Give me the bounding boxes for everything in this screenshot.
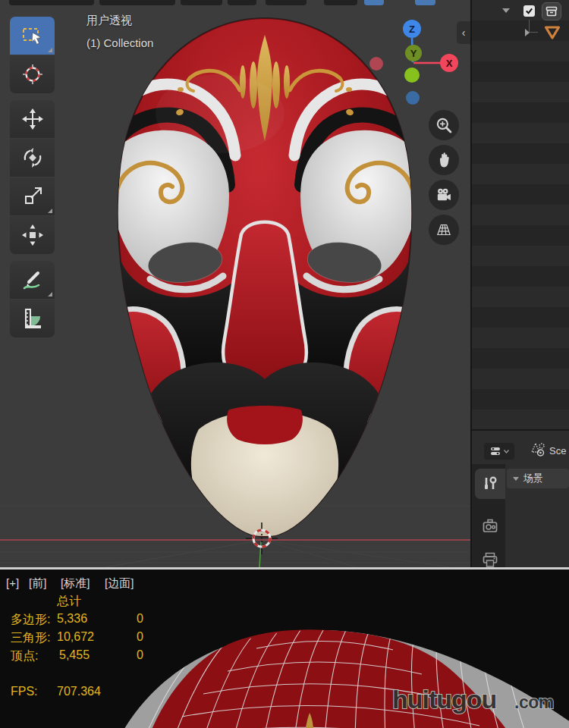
tool-tab-icon: [482, 475, 498, 492]
rotate-icon: [20, 146, 45, 170]
watermark-suffix: .com: [514, 692, 554, 712]
render-camera-back-icon: [482, 518, 498, 535]
stats-triangles-label: 三角形:: [11, 630, 50, 646]
svg-text:X: X: [446, 58, 453, 69]
measure-ruler-icon: [20, 306, 45, 331]
tool-annotate[interactable]: [10, 261, 55, 299]
watermark-brand: huitugou: [392, 685, 496, 714]
camera-icon: [434, 185, 454, 205]
scene-panel-label: 场景: [523, 472, 543, 485]
stats-vertices-label: 顶点:: [11, 648, 38, 664]
properties-toggles-icon: [490, 446, 502, 457]
watermark: huitugou .com: [392, 685, 554, 714]
stats-total-header: 总计: [57, 594, 81, 610]
tool-cursor[interactable]: [10, 55, 55, 93]
header-pill: [228, 0, 256, 5]
stats-polygons-second: 0: [137, 612, 143, 626]
gizmo-axis-neg-z[interactable]: [406, 91, 420, 105]
editor-type-selector[interactable]: [484, 443, 514, 460]
gizmo-axis-neg-x[interactable]: [369, 57, 383, 71]
fps-label: FPS:: [11, 685, 38, 698]
header-pill: [181, 0, 222, 5]
blender-screenshot: 用户透视 (1) Collection: [0, 0, 569, 728]
select-box-icon: [20, 24, 45, 48]
tool-measure[interactable]: [10, 300, 55, 337]
outliner-panel[interactable]: [472, 0, 569, 429]
tool-select-box[interactable]: [10, 17, 55, 55]
stats-vertices-second: 0: [137, 648, 143, 662]
tab-render[interactable]: [475, 511, 505, 541]
filter-dropdown-icon[interactable]: [502, 8, 510, 13]
fps-value: 707.364: [57, 685, 101, 698]
transform-icon: [20, 223, 45, 247]
cursor-icon: [20, 62, 45, 86]
ortho-toggle-button[interactable]: [429, 215, 459, 245]
svg-text:Z: Z: [409, 24, 415, 35]
navigation-gizmo[interactable]: Z Y X: [357, 15, 470, 110]
tab-output[interactable]: [475, 544, 505, 567]
gizmo-axis-x[interactable]: X: [440, 54, 458, 72]
stats-vertices-value: 5,455: [59, 648, 90, 662]
gizmo-axis-z[interactable]: Z: [403, 20, 421, 38]
tab-tool[interactable]: [475, 469, 505, 499]
scene-panel-header[interactable]: 场景: [507, 469, 569, 488]
stats-wireframe-panel: huitugou .com [+] [前] [标准] [边面] 总计 多边形: …: [0, 570, 569, 728]
tree-connector: [529, 32, 538, 33]
stats-triangles-value: 10,672: [57, 630, 94, 644]
gizmo-axis-y[interactable]: Y: [405, 45, 422, 61]
header-pill: [9, 0, 94, 5]
view-tab-standard[interactable]: [标准]: [61, 576, 90, 591]
stats-triangles-second: 0: [137, 630, 143, 644]
chevron-left-icon: ‹: [462, 27, 466, 39]
collection-row-icon-button[interactable]: [542, 2, 561, 20]
grid-perspective-icon: [434, 220, 454, 240]
hand-icon: [434, 150, 454, 170]
scene-breadcrumb-icon: [530, 441, 546, 458]
view-tab-edges[interactable]: [边面]: [105, 576, 134, 591]
camera-view-button[interactable]: [429, 180, 459, 210]
viewport-toolbar: [10, 17, 55, 344]
header-pill-active: [364, 0, 384, 5]
properties-tab-rail: [472, 464, 505, 567]
annotate-pencil-icon: [20, 268, 45, 292]
breadcrumb: Sce: [549, 445, 566, 457]
chevron-down-icon: [504, 450, 509, 453]
collection-box-icon: [545, 6, 558, 17]
scale-icon: [20, 184, 45, 209]
tool-move[interactable]: [10, 100, 55, 138]
header-pill: [99, 0, 175, 5]
zoom-icon: [434, 115, 454, 135]
collection-label: (1) Collection: [86, 36, 153, 49]
sidebar-collapse-tab[interactable]: ‹: [457, 21, 470, 44]
collection-checkbox[interactable]: [523, 5, 535, 17]
view-tab-add[interactable]: [+]: [6, 576, 19, 589]
view-perspective-label: 用户透视: [86, 14, 132, 28]
move-icon: [20, 107, 45, 131]
output-printer-icon: [482, 551, 498, 567]
gizmo-axis-pos-y[interactable]: [404, 67, 420, 83]
stats-polygons-value: 5,336: [57, 612, 87, 626]
header-pill: [324, 0, 357, 5]
stats-polygons-label: 多边形:: [11, 612, 50, 628]
pan-button[interactable]: [429, 145, 459, 175]
tool-transform[interactable]: [10, 216, 55, 254]
zoom-button[interactable]: [429, 110, 459, 140]
tool-rotate[interactable]: [10, 139, 55, 177]
panel-expand-icon: [513, 477, 519, 481]
header-pill-active: [415, 0, 435, 5]
check-icon: [525, 7, 533, 15]
svg-text:Y: Y: [410, 48, 417, 59]
header-pill: [266, 0, 307, 5]
expand-row-icon[interactable]: [525, 29, 530, 36]
3d-viewport[interactable]: 用户透视 (1) Collection: [0, 0, 472, 567]
tool-scale[interactable]: [10, 177, 55, 215]
view-tab-front[interactable]: [前]: [29, 576, 46, 591]
mesh-data-triangle-icon[interactable]: [544, 25, 561, 40]
properties-panel[interactable]: Sce: [472, 431, 569, 567]
